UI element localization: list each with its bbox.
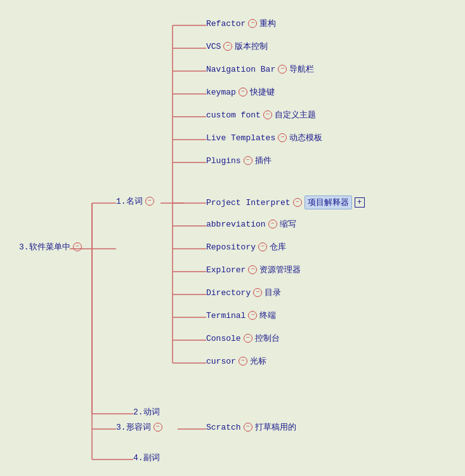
root-minus-btn[interactable]: − (73, 242, 82, 251)
refactor-cn: 重构 (259, 18, 276, 29)
directory-cn: 目录 (265, 287, 281, 298)
abbrev-node: abbreviation − 缩写 (206, 218, 296, 230)
noun-label: 1.名词 (116, 195, 143, 207)
keymap-node: keymap − 快捷键 (206, 86, 275, 98)
cursor-cn: 光标 (250, 355, 266, 367)
verb-node: 2.动词 (133, 406, 160, 418)
plugins-minus[interactable]: − (244, 156, 252, 165)
console-cn: 控制台 (255, 333, 280, 344)
adv-label: 4.副词 (133, 452, 160, 463)
directory-en: Directory (206, 288, 251, 298)
font-node: custom font − 自定义主题 (206, 109, 316, 121)
plugins-cn: 插件 (255, 155, 272, 166)
root-label: 3.软件菜单中 (19, 241, 70, 253)
live-node: Live Templates − 动态模板 (206, 132, 322, 143)
font-en: custom font (206, 110, 261, 120)
repo-en: Repository (206, 242, 256, 252)
cursor-node: cursor − 光标 (206, 355, 266, 367)
console-node: Console − 控制台 (206, 333, 280, 344)
vcs-cn: 版本控制 (235, 41, 268, 52)
interpreter-cn: 项目解释器 (305, 195, 352, 209)
keymap-en: keymap (206, 88, 236, 97)
cursor-en: cursor (206, 357, 236, 366)
abbrev-cn: 缩写 (280, 218, 296, 230)
interpreter-en: Project Interpret (206, 198, 291, 208)
directory-minus[interactable]: − (253, 288, 262, 297)
adj-label: 3.形容词 (116, 421, 151, 433)
keymap-minus[interactable]: − (239, 88, 247, 96)
refactor-node: Refactor − 重构 (206, 18, 276, 29)
adj-minus[interactable]: − (154, 423, 162, 432)
explorer-node: Explorer − 资源管理器 (206, 264, 301, 275)
scratch-node: Scratch − 打草稿用的 (206, 421, 296, 433)
scratch-cn: 打草稿用的 (255, 421, 296, 433)
font-minus[interactable]: − (263, 110, 272, 119)
root-node: 3.软件菜单中 − (19, 241, 82, 253)
repo-minus[interactable]: − (258, 242, 267, 251)
console-minus[interactable]: − (244, 334, 252, 343)
live-cn: 动态模板 (289, 132, 322, 143)
repo-node: Repository − 仓库 (206, 241, 286, 253)
explorer-en: Explorer (206, 265, 246, 275)
terminal-en: Terminal (206, 311, 246, 321)
terminal-minus[interactable]: − (248, 311, 257, 320)
plugins-node: Plugins − 插件 (206, 155, 272, 166)
navbar-minus[interactable]: − (278, 65, 287, 74)
interpreter-plus[interactable]: + (355, 197, 365, 208)
explorer-cn: 资源管理器 (259, 264, 301, 275)
adv-node: 4.副词 (133, 452, 160, 463)
keymap-cn: 快捷键 (250, 86, 275, 98)
vcs-minus[interactable]: − (223, 42, 232, 51)
adj-node: 3.形容词 − (116, 421, 162, 433)
noun-node: 1.名词 − (116, 195, 154, 207)
font-cn: 自定义主题 (275, 109, 316, 121)
refactor-minus[interactable]: − (248, 19, 257, 28)
plugins-en: Plugins (206, 156, 241, 166)
interpreter-node: Project Interpret − 项目解释器 + (206, 195, 365, 209)
vcs-en: VCS (206, 42, 221, 51)
terminal-cn: 终端 (259, 310, 276, 321)
interpreter-minus[interactable]: − (293, 198, 302, 207)
navbar-cn: 导航栏 (289, 63, 314, 75)
terminal-node: Terminal − 终端 (206, 310, 276, 321)
live-minus[interactable]: − (278, 133, 287, 142)
directory-node: Directory − 目录 (206, 287, 281, 298)
refactor-en: Refactor (206, 19, 246, 29)
scratch-en: Scratch (206, 423, 241, 432)
mind-map: 3.软件菜单中 − 1.名词 − Refactor − 重构 VCS − 版本控… (0, 0, 465, 476)
console-en: Console (206, 334, 241, 343)
scratch-minus[interactable]: − (244, 423, 252, 432)
navbar-node: Navigation Bar − 导航栏 (206, 63, 314, 75)
verb-label: 2.动词 (133, 406, 160, 418)
abbrev-minus[interactable]: − (268, 220, 277, 228)
repo-cn: 仓库 (270, 241, 286, 253)
explorer-minus[interactable]: − (248, 265, 257, 274)
live-en: Live Templates (206, 133, 275, 143)
vcs-node: VCS − 版本控制 (206, 41, 268, 52)
navbar-en: Navigation Bar (206, 65, 275, 74)
abbrev-en: abbreviation (206, 220, 266, 229)
cursor-minus[interactable]: − (239, 357, 247, 366)
noun-minus-btn[interactable]: − (145, 197, 154, 206)
